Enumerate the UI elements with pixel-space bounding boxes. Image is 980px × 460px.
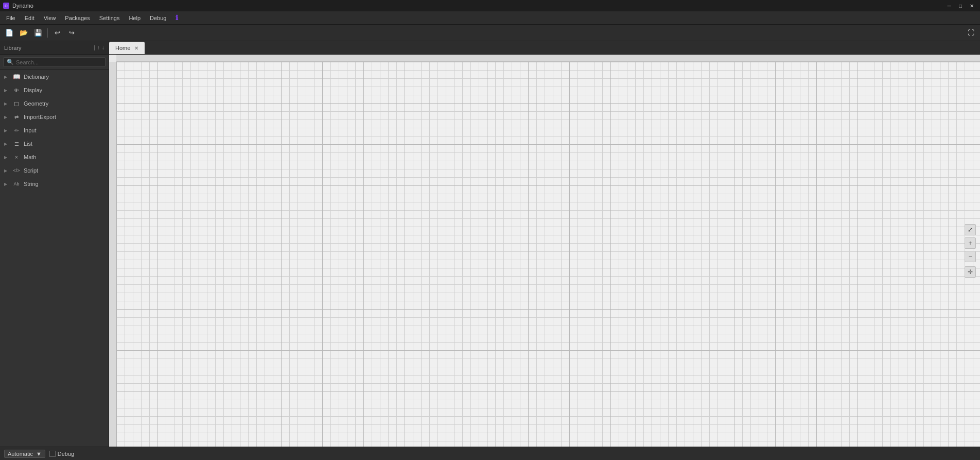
string-label: String — [24, 181, 39, 187]
fit-to-screen-button[interactable]: ⤢ — [965, 224, 976, 235]
menu-packages[interactable]: Packages — [61, 13, 94, 23]
tab-home-close[interactable]: ✕ — [134, 45, 138, 51]
menu-debug[interactable]: Debug — [146, 13, 170, 23]
debug-label: Debug — [58, 451, 74, 457]
sidebar-item-list[interactable]: ▶ ☰ List — [0, 137, 109, 150]
toolbar-separator — [47, 28, 48, 38]
menu-help[interactable]: Help — [125, 13, 145, 23]
new-button[interactable]: 📄 — [3, 27, 15, 39]
sidebar-item-importexport[interactable]: ▶ ⇄ ImportExport — [0, 110, 109, 124]
expand-arrow-display: ▶ — [4, 88, 9, 93]
string-icon: Ab — [12, 180, 21, 188]
sidebar-item-script[interactable]: ▶ </> Script — [0, 164, 109, 177]
sidebar-item-geometry[interactable]: ▶ ◻ Geometry — [0, 97, 109, 110]
toolbar-right: ⛶ — [965, 27, 977, 39]
display-label: Display — [24, 87, 42, 93]
list-icon: ☰ — [12, 140, 21, 148]
tab-home[interactable]: Home ✕ — [109, 42, 145, 54]
menu-view[interactable]: View — [40, 13, 60, 23]
script-icon: </> — [12, 166, 21, 175]
window-controls: ─ □ ✕ — [944, 2, 977, 10]
tab-home-label: Home — [115, 45, 130, 51]
dictionary-label: Dictionary — [24, 74, 49, 80]
canvas-container: ⤢ + − ✛ — [109, 55, 980, 447]
sidebar-filter-icon[interactable]: | — [94, 45, 95, 50]
expand-arrow-dictionary: ▶ — [4, 75, 9, 79]
dictionary-icon: 📖 — [12, 73, 21, 81]
debug-checkbox[interactable] — [49, 451, 56, 457]
sidebar-search: 🔍 — [0, 55, 109, 70]
minimize-button[interactable]: ─ — [944, 2, 954, 10]
sidebar-down-icon[interactable]: ↓ — [102, 45, 104, 50]
list-label: List — [24, 141, 32, 147]
sidebar-item-math[interactable]: ▶ × Math — [0, 150, 109, 164]
math-icon: × — [12, 153, 21, 161]
sidebar: Library | ↑ ↓ 🔍 ▶ 📖 Dictionary ▶ 👁 — [0, 41, 109, 447]
expand-arrow-input: ▶ — [4, 128, 9, 133]
ruler-vertical — [109, 62, 116, 447]
expand-arrow-importexport: ▶ — [4, 115, 9, 120]
importexport-icon: ⇄ — [12, 113, 21, 121]
expand-arrow-script: ▶ — [4, 168, 9, 173]
sidebar-item-input[interactable]: ▶ ✏ Input — [0, 124, 109, 137]
mode-label: Automatic — [8, 451, 33, 457]
search-icon: 🔍 — [7, 59, 14, 65]
geometry-label: Geometry — [24, 100, 48, 107]
search-box[interactable]: 🔍 — [3, 57, 106, 67]
navigate-button[interactable]: ✛ — [965, 266, 976, 278]
menu-file[interactable]: File — [2, 13, 20, 23]
expand-arrow-string: ▶ — [4, 182, 9, 186]
display-icon: 👁 — [12, 86, 21, 94]
math-label: Math — [24, 154, 36, 160]
geometry-icon: ◻ — [12, 99, 21, 108]
title-bar-left: D Dynamo — [3, 3, 33, 9]
library-title: Library — [4, 45, 22, 51]
menu-settings[interactable]: Settings — [95, 13, 124, 23]
sidebar-up-icon[interactable]: ↑ — [97, 45, 100, 50]
sidebar-item-dictionary[interactable]: ▶ 📖 Dictionary — [0, 70, 109, 83]
close-button[interactable]: ✕ — [967, 2, 977, 10]
search-input[interactable] — [16, 59, 102, 65]
title-bar: D Dynamo ─ □ ✕ — [0, 0, 980, 11]
dropdown-arrow-icon: ▼ — [36, 451, 42, 457]
sidebar-item-display[interactable]: ▶ 👁 Display — [0, 83, 109, 97]
script-label: Script — [24, 167, 38, 174]
menu-edit[interactable]: Edit — [21, 13, 39, 23]
app-icon: D — [3, 3, 9, 9]
app-title: Dynamo — [12, 3, 33, 9]
canvas-area: Home ✕ ⤢ + − ✛ — [109, 41, 980, 447]
save-button[interactable]: 💾 — [32, 27, 44, 39]
expand-arrow-geometry: ▶ — [4, 101, 9, 106]
tab-bar: Home ✕ — [109, 41, 980, 55]
canvas[interactable] — [116, 62, 980, 447]
info-icon[interactable]: ℹ — [171, 12, 182, 23]
open-button[interactable]: 📂 — [18, 27, 30, 39]
input-icon: ✏ — [12, 126, 21, 134]
sidebar-item-string[interactable]: ▶ Ab String — [0, 177, 109, 191]
expand-arrow-math: ▶ — [4, 155, 9, 160]
mode-dropdown[interactable]: Automatic ▼ — [4, 450, 45, 458]
right-toolbar: ⤢ + − ✛ — [965, 224, 976, 278]
toolbar: 📄 📂 💾 ↩ ↪ ⛶ — [0, 25, 980, 41]
debug-section: Debug — [49, 451, 74, 457]
zoom-in-button[interactable]: + — [965, 237, 976, 249]
ruler-horizontal — [116, 55, 980, 62]
maximize-button[interactable]: □ — [955, 2, 966, 10]
library-items: ▶ 📖 Dictionary ▶ 👁 Display ▶ ◻ Geometry … — [0, 70, 109, 447]
redo-button[interactable]: ↪ — [65, 27, 78, 39]
sidebar-header-icons: | ↑ ↓ — [94, 45, 104, 50]
importexport-label: ImportExport — [24, 114, 56, 120]
status-bar: Automatic ▼ Debug — [0, 447, 980, 460]
fullscreen-button[interactable]: ⛶ — [965, 27, 977, 39]
zoom-out-button[interactable]: − — [965, 251, 976, 262]
undo-button[interactable]: ↩ — [51, 27, 63, 39]
sidebar-header: Library | ↑ ↓ — [0, 41, 109, 55]
menu-bar: File Edit View Packages Settings Help De… — [0, 11, 980, 25]
expand-arrow-list: ▶ — [4, 142, 9, 146]
main-area: Library | ↑ ↓ 🔍 ▶ 📖 Dictionary ▶ 👁 — [0, 41, 980, 447]
input-label: Input — [24, 127, 36, 133]
